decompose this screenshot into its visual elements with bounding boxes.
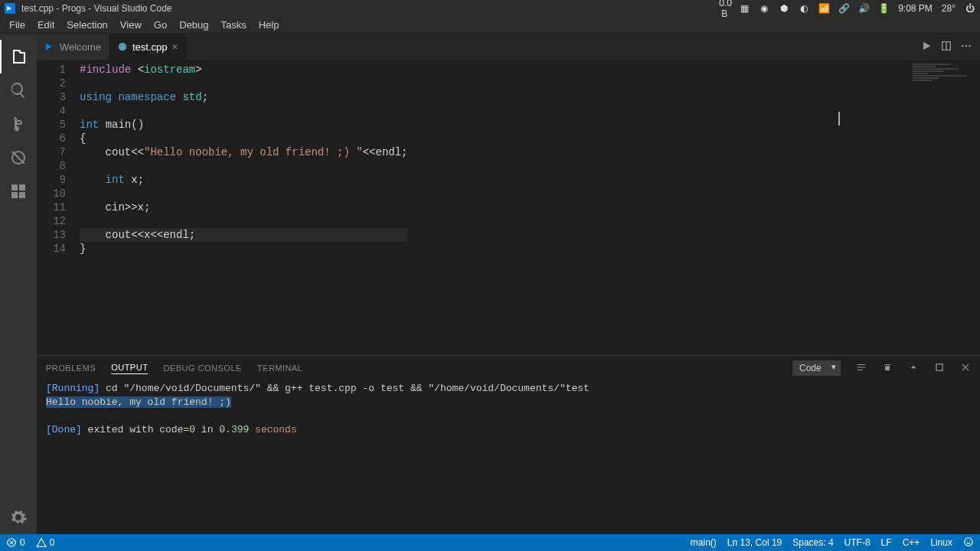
window-title: test.cpp - Progs - Visual Studio Code: [21, 3, 719, 14]
menu-go[interactable]: Go: [148, 18, 173, 32]
settings-gear-icon[interactable]: [0, 500, 37, 534]
attachment-icon[interactable]: 🔗: [838, 3, 849, 14]
maximize-panel-icon[interactable]: [934, 362, 945, 374]
line-number-gutter: 1234567891011121314: [37, 60, 80, 355]
status-errors[interactable]: 0: [6, 537, 25, 548]
status-eol[interactable]: LF: [881, 537, 892, 548]
status-os[interactable]: Linux: [930, 537, 952, 548]
menu-file[interactable]: File: [3, 18, 31, 32]
explorer-icon[interactable]: [0, 40, 37, 73]
output-done-tag: [Done]: [46, 424, 82, 435]
battery-icon[interactable]: 🔋: [878, 3, 889, 14]
close-panel-icon[interactable]: [960, 362, 971, 374]
output-run-cmd: cd "/home/void/Documents/" && g++ test.c…: [100, 383, 590, 394]
source-control-icon[interactable]: [0, 107, 37, 141]
menu-bar: File Edit Selection View Go Debug Tasks …: [0, 17, 980, 34]
menu-help[interactable]: Help: [253, 18, 286, 32]
desktop-panel: test.cpp - Progs - Visual Studio Code 0.…: [0, 0, 980, 17]
network-icon[interactable]: 📶: [818, 3, 829, 14]
volume-icon[interactable]: 🔊: [858, 3, 869, 14]
status-function[interactable]: main(): [691, 537, 717, 548]
text-cursor: [838, 112, 840, 126]
output-program-echo: Hello noobie, my old friend! ;): [46, 396, 231, 408]
activity-bar: [0, 34, 37, 534]
menu-tasks[interactable]: Tasks: [214, 18, 252, 32]
tray-icon[interactable]: ▦: [739, 3, 750, 14]
panel-tab-terminal[interactable]: TERMINAL: [257, 364, 303, 373]
run-code-icon[interactable]: [920, 40, 933, 54]
menu-selection[interactable]: Selection: [60, 18, 113, 32]
chevron-up-icon[interactable]: [908, 362, 919, 374]
svg-point-8: [967, 540, 968, 541]
clear-output-icon[interactable]: [882, 362, 893, 374]
split-editor-icon[interactable]: [940, 40, 952, 54]
svg-point-2: [119, 43, 127, 51]
menu-edit[interactable]: Edit: [31, 18, 60, 32]
extensions-icon[interactable]: [0, 174, 37, 208]
panel-tab-debug-console[interactable]: DEBUG CONSOLE: [163, 364, 241, 373]
status-feedback-icon[interactable]: [963, 536, 974, 549]
status-cursor-position[interactable]: Ln 13, Col 19: [727, 537, 782, 548]
output-channel-select[interactable]: Code: [792, 360, 841, 376]
bottom-panel: PROBLEMS OUTPUT DEBUG CONSOLE TERMINAL C…: [37, 355, 980, 534]
tab-label: test.cpp: [132, 41, 168, 53]
svg-point-3: [962, 44, 964, 47]
temperature: 28°: [942, 3, 956, 14]
status-warnings[interactable]: 0: [36, 537, 55, 548]
panel-tab-problems[interactable]: PROBLEMS: [46, 364, 96, 373]
menu-debug[interactable]: Debug: [173, 18, 214, 32]
status-indentation[interactable]: Spaces: 4: [792, 537, 833, 548]
code-content[interactable]: #include <iostream> using namespace std;…: [80, 60, 407, 355]
editor-tab-bar: Welcome test.cpp ×: [37, 34, 980, 60]
output-content[interactable]: [Running] cd "/home/void/Documents/" && …: [37, 380, 980, 534]
debug-icon[interactable]: [0, 141, 37, 174]
close-icon[interactable]: ×: [172, 41, 178, 53]
search-icon[interactable]: [0, 73, 37, 107]
svg-point-5: [969, 44, 971, 47]
tab-label: Welcome: [60, 41, 101, 53]
svg-point-4: [965, 44, 968, 47]
panel-tab-output[interactable]: OUTPUT: [111, 363, 148, 374]
vscode-app-icon: [5, 3, 15, 14]
output-running-tag: [Running]: [46, 383, 100, 394]
cpp-file-icon: [117, 41, 128, 52]
vscode-icon: [44, 41, 55, 52]
tray-icon[interactable]: ◐: [799, 3, 809, 14]
tray-icon[interactable]: ◉: [759, 3, 769, 14]
code-editor[interactable]: 1234567891011121314 #include <iostream> …: [37, 60, 980, 355]
power-icon[interactable]: ⏻: [965, 3, 975, 14]
tab-welcome[interactable]: Welcome: [37, 34, 109, 60]
tray-icon[interactable]: ⬢: [779, 3, 789, 14]
svg-point-9: [969, 540, 970, 541]
clock[interactable]: 9:08 PM: [898, 3, 933, 14]
minimap[interactable]: [903, 63, 980, 109]
toggle-word-wrap-icon[interactable]: [856, 362, 867, 374]
menu-view[interactable]: View: [114, 18, 148, 32]
status-encoding[interactable]: UTF-8: [844, 537, 871, 548]
tab-test-cpp[interactable]: test.cpp ×: [109, 34, 187, 60]
status-bar: 0 0 main() Ln 13, Col 19 Spaces: 4 UTF-8…: [0, 534, 980, 551]
status-language[interactable]: C++: [903, 537, 920, 548]
svg-point-7: [965, 537, 973, 546]
more-actions-icon[interactable]: [960, 40, 972, 54]
